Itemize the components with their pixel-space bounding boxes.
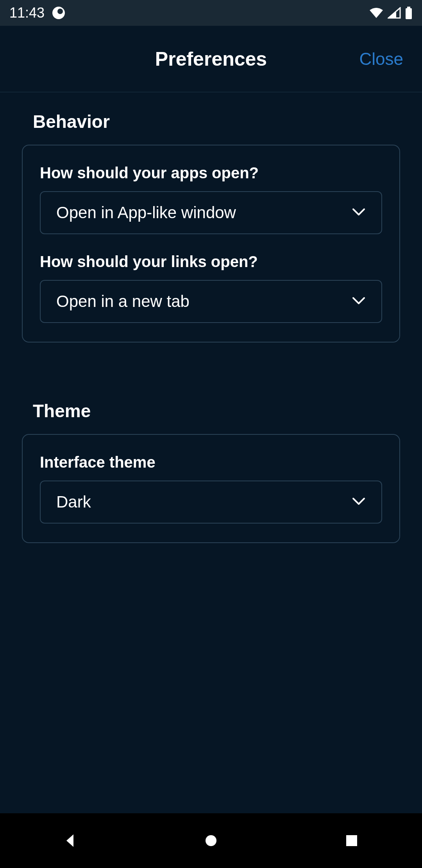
app-content: Preferences Close Behavior How should yo…: [0, 26, 422, 813]
nav-recent-button[interactable]: [313, 834, 391, 848]
cellular-signal-icon: [388, 7, 401, 19]
theme-card: Interface theme Dark: [22, 434, 400, 543]
section-behavior-title: Behavior: [22, 111, 400, 132]
apps-open-field: How should your apps open? Open in App-l…: [40, 164, 382, 234]
section-theme: Theme Interface theme Dark: [0, 382, 422, 543]
status-time: 11:43: [9, 5, 45, 21]
svg-point-2: [206, 835, 216, 846]
battery-icon: [405, 7, 413, 19]
wifi-icon: [369, 7, 384, 19]
system-nav-bar: [0, 813, 422, 868]
interface-theme-label: Interface theme: [40, 454, 382, 471]
links-open-select[interactable]: Open in a new tab: [40, 280, 382, 323]
status-bar-right: [369, 7, 413, 19]
behavior-card: How should your apps open? Open in App-l…: [22, 145, 400, 343]
page-title: Preferences: [155, 48, 267, 70]
interface-theme-value: Dark: [56, 493, 91, 511]
links-open-label: How should your links open?: [40, 253, 382, 271]
status-bar-left: 11:43: [9, 5, 65, 21]
section-theme-title: Theme: [22, 400, 400, 421]
apps-open-label: How should your apps open?: [40, 164, 382, 182]
svg-rect-0: [407, 7, 410, 8]
svg-rect-3: [346, 835, 357, 846]
status-bar: 11:43: [0, 0, 422, 26]
apps-open-select[interactable]: Open in App-like window: [40, 191, 382, 234]
close-button[interactable]: Close: [359, 49, 404, 69]
links-open-value: Open in a new tab: [56, 292, 190, 311]
chevron-down-icon: [352, 497, 366, 507]
chevron-down-icon: [352, 208, 366, 218]
apps-open-value: Open in App-like window: [56, 203, 236, 222]
svg-rect-1: [406, 8, 412, 19]
section-behavior: Behavior How should your apps open? Open…: [0, 92, 422, 343]
app-notification-icon: [52, 7, 65, 19]
nav-back-button[interactable]: [31, 833, 109, 848]
nav-home-button[interactable]: [172, 833, 250, 848]
interface-theme-field: Interface theme Dark: [40, 454, 382, 524]
interface-theme-select[interactable]: Dark: [40, 481, 382, 524]
links-open-field: How should your links open? Open in a ne…: [40, 253, 382, 323]
chevron-down-icon: [352, 296, 366, 307]
page-header: Preferences Close: [0, 26, 422, 92]
